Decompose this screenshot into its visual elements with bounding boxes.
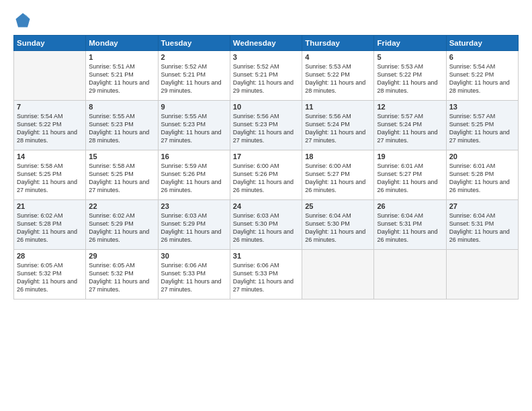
- day-number: 28: [17, 252, 83, 260]
- day-number: 22: [89, 202, 154, 210]
- calendar-week-row: 21Sunrise: 6:02 AMSunset: 5:28 PMDayligh…: [14, 200, 519, 250]
- cell-info: Sunrise: 5:54 AMSunset: 5:22 PMDaylight:…: [17, 112, 83, 145]
- cell-info: Sunrise: 6:01 AMSunset: 5:27 PMDaylight:…: [377, 162, 443, 195]
- cell-info: Sunrise: 6:06 AMSunset: 5:33 PMDaylight:…: [233, 261, 299, 294]
- cell-info: Sunrise: 5:58 AMSunset: 5:25 PMDaylight:…: [17, 162, 83, 195]
- day-number: 31: [233, 252, 299, 260]
- calendar-cell: [446, 250, 518, 300]
- calendar-cell: 19Sunrise: 6:01 AMSunset: 5:27 PMDayligh…: [374, 150, 446, 200]
- day-number: 25: [305, 202, 371, 210]
- header: [13, 11, 519, 30]
- calendar-week-row: 14Sunrise: 5:58 AMSunset: 5:25 PMDayligh…: [14, 150, 519, 200]
- calendar-cell: 13Sunrise: 5:57 AMSunset: 5:25 PMDayligh…: [446, 101, 518, 150]
- calendar-cell: 29Sunrise: 6:05 AMSunset: 5:32 PMDayligh…: [86, 250, 158, 300]
- cell-info: Sunrise: 5:51 AMSunset: 5:21 PMDaylight:…: [89, 62, 154, 95]
- calendar-table: SundayMondayTuesdayWednesdayThursdayFrid…: [13, 35, 519, 300]
- calendar-cell: 23Sunrise: 6:03 AMSunset: 5:29 PMDayligh…: [158, 200, 230, 250]
- cell-info: Sunrise: 6:05 AMSunset: 5:32 PMDaylight:…: [17, 261, 83, 294]
- calendar-cell: 2Sunrise: 5:52 AMSunset: 5:21 PMDaylight…: [158, 51, 230, 101]
- calendar-cell: 1Sunrise: 5:51 AMSunset: 5:21 PMDaylight…: [86, 51, 158, 101]
- cell-info: Sunrise: 6:04 AMSunset: 5:30 PMDaylight:…: [305, 212, 371, 244]
- calendar-week-row: 28Sunrise: 6:05 AMSunset: 5:32 PMDayligh…: [14, 250, 519, 300]
- calendar-cell: 26Sunrise: 6:04 AMSunset: 5:31 PMDayligh…: [374, 200, 446, 250]
- day-number: 18: [305, 152, 371, 161]
- cell-info: Sunrise: 6:04 AMSunset: 5:31 PMDaylight:…: [377, 212, 443, 244]
- cell-info: Sunrise: 6:00 AMSunset: 5:26 PMDaylight:…: [233, 162, 299, 195]
- calendar-day-header: Monday: [86, 36, 158, 51]
- logo: [13, 11, 35, 30]
- cell-info: Sunrise: 6:06 AMSunset: 5:33 PMDaylight:…: [161, 261, 227, 294]
- calendar-cell: 7Sunrise: 5:54 AMSunset: 5:22 PMDaylight…: [14, 101, 86, 150]
- day-number: 13: [449, 103, 515, 111]
- cell-info: Sunrise: 5:53 AMSunset: 5:22 PMDaylight:…: [305, 62, 371, 95]
- day-number: 6: [449, 53, 515, 61]
- day-number: 17: [233, 152, 299, 161]
- calendar-day-header: Thursday: [302, 36, 374, 51]
- calendar-cell: [302, 250, 374, 300]
- calendar-cell: 17Sunrise: 6:00 AMSunset: 5:26 PMDayligh…: [230, 150, 302, 200]
- day-number: 12: [377, 103, 443, 111]
- cell-info: Sunrise: 6:00 AMSunset: 5:27 PMDaylight:…: [305, 162, 371, 195]
- calendar-cell: [374, 250, 446, 300]
- day-number: 7: [17, 103, 83, 111]
- calendar-cell: 4Sunrise: 5:53 AMSunset: 5:22 PMDaylight…: [302, 51, 374, 101]
- cell-info: Sunrise: 5:53 AMSunset: 5:22 PMDaylight:…: [377, 62, 443, 95]
- calendar-cell: 14Sunrise: 5:58 AMSunset: 5:25 PMDayligh…: [14, 150, 86, 200]
- calendar-cell: 12Sunrise: 5:57 AMSunset: 5:24 PMDayligh…: [374, 101, 446, 150]
- cell-info: Sunrise: 5:56 AMSunset: 5:23 PMDaylight:…: [233, 112, 299, 145]
- calendar-day-header: Wednesday: [230, 36, 302, 51]
- cell-info: Sunrise: 6:04 AMSunset: 5:31 PMDaylight:…: [449, 212, 515, 244]
- calendar-header-row: SundayMondayTuesdayWednesdayThursdayFrid…: [14, 36, 519, 51]
- day-number: 20: [449, 152, 515, 161]
- day-number: 5: [377, 53, 443, 61]
- cell-info: Sunrise: 5:56 AMSunset: 5:24 PMDaylight:…: [305, 112, 371, 145]
- day-number: 1: [89, 53, 154, 61]
- day-number: 26: [377, 202, 443, 210]
- cell-info: Sunrise: 5:55 AMSunset: 5:23 PMDaylight:…: [89, 112, 154, 145]
- calendar-day-header: Saturday: [446, 36, 518, 51]
- day-number: 11: [305, 103, 371, 111]
- calendar-week-row: 1Sunrise: 5:51 AMSunset: 5:21 PMDaylight…: [14, 51, 519, 101]
- calendar-cell: 16Sunrise: 5:59 AMSunset: 5:26 PMDayligh…: [158, 150, 230, 200]
- cell-info: Sunrise: 5:52 AMSunset: 5:21 PMDaylight:…: [233, 62, 299, 95]
- calendar-cell: 3Sunrise: 5:52 AMSunset: 5:21 PMDaylight…: [230, 51, 302, 101]
- logo-icon: [13, 11, 32, 30]
- calendar-cell: 20Sunrise: 6:01 AMSunset: 5:28 PMDayligh…: [446, 150, 518, 200]
- calendar-cell: 27Sunrise: 6:04 AMSunset: 5:31 PMDayligh…: [446, 200, 518, 250]
- day-number: 2: [161, 53, 227, 61]
- calendar-day-header: Sunday: [14, 36, 86, 51]
- calendar-cell: 25Sunrise: 6:04 AMSunset: 5:30 PMDayligh…: [302, 200, 374, 250]
- calendar-cell: 18Sunrise: 6:00 AMSunset: 5:27 PMDayligh…: [302, 150, 374, 200]
- day-number: 30: [161, 252, 227, 260]
- day-number: 8: [89, 103, 154, 111]
- day-number: 14: [17, 152, 83, 161]
- calendar-cell: 21Sunrise: 6:02 AMSunset: 5:28 PMDayligh…: [14, 200, 86, 250]
- calendar-cell: 9Sunrise: 5:55 AMSunset: 5:23 PMDaylight…: [158, 101, 230, 150]
- svg-marker-0: [16, 13, 30, 28]
- calendar-cell: 22Sunrise: 6:02 AMSunset: 5:29 PMDayligh…: [86, 200, 158, 250]
- day-number: 19: [377, 152, 443, 161]
- cell-info: Sunrise: 5:52 AMSunset: 5:21 PMDaylight:…: [161, 62, 227, 95]
- calendar-day-header: Friday: [374, 36, 446, 51]
- cell-info: Sunrise: 5:54 AMSunset: 5:22 PMDaylight:…: [449, 62, 515, 95]
- calendar-cell: [14, 51, 86, 101]
- calendar-cell: 24Sunrise: 6:03 AMSunset: 5:30 PMDayligh…: [230, 200, 302, 250]
- day-number: 9: [161, 103, 227, 111]
- cell-info: Sunrise: 6:01 AMSunset: 5:28 PMDaylight:…: [449, 162, 515, 195]
- page: SundayMondayTuesdayWednesdayThursdayFrid…: [0, 0, 532, 411]
- calendar-cell: 30Sunrise: 6:06 AMSunset: 5:33 PMDayligh…: [158, 250, 230, 300]
- cell-info: Sunrise: 6:03 AMSunset: 5:30 PMDaylight:…: [233, 212, 299, 244]
- day-number: 24: [233, 202, 299, 210]
- calendar-cell: 5Sunrise: 5:53 AMSunset: 5:22 PMDaylight…: [374, 51, 446, 101]
- cell-info: Sunrise: 6:02 AMSunset: 5:29 PMDaylight:…: [89, 212, 154, 244]
- day-number: 4: [305, 53, 371, 61]
- day-number: 3: [233, 53, 299, 61]
- cell-info: Sunrise: 5:57 AMSunset: 5:25 PMDaylight:…: [449, 112, 515, 145]
- cell-info: Sunrise: 5:58 AMSunset: 5:25 PMDaylight:…: [89, 162, 154, 195]
- calendar-cell: 8Sunrise: 5:55 AMSunset: 5:23 PMDaylight…: [86, 101, 158, 150]
- calendar-cell: 6Sunrise: 5:54 AMSunset: 5:22 PMDaylight…: [446, 51, 518, 101]
- calendar-day-header: Tuesday: [158, 36, 230, 51]
- day-number: 16: [161, 152, 227, 161]
- day-number: 15: [89, 152, 154, 161]
- day-number: 27: [449, 202, 515, 210]
